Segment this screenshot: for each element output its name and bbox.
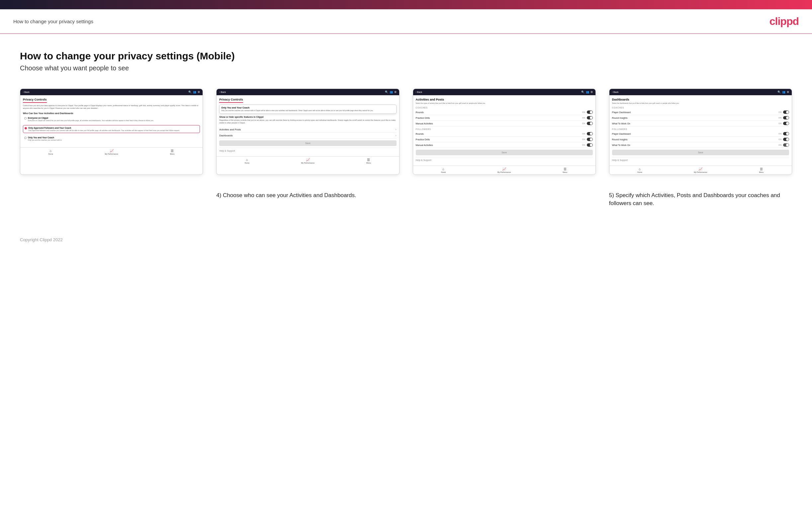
option-youandcoach[interactable]: Only You and Your Coach Only you and the…	[23, 135, 200, 143]
tab-home-4[interactable]: ⌂ Home	[609, 166, 670, 174]
coaches-player-dash-toggle[interactable]: ON	[778, 111, 789, 114]
home-icon-4: ⌂	[639, 167, 641, 171]
toggle-coaches-player-dash[interactable]	[783, 111, 789, 114]
tab-home-label-4: Home	[637, 171, 642, 173]
phone-nav-1: ‹ Back 🔍 👥 ⚙	[20, 89, 203, 95]
coaches-section-label-4: COACHES	[612, 107, 789, 109]
followers-rounds-label: Rounds	[416, 133, 424, 135]
show-hide-title: Show or hide specific features in Clippd	[219, 116, 396, 118]
coaches-what-work-toggle[interactable]: ON	[778, 122, 789, 125]
toggle-followers-rounds[interactable]	[587, 132, 593, 135]
back-btn-4[interactable]: ‹ Back	[612, 91, 619, 93]
settings-icon-2[interactable]: ⚙	[394, 91, 397, 94]
screen-3: ‹ Back 🔍 👥 ⚙ Activities and Posts Select…	[413, 89, 596, 175]
followers-section-label-4: FOLLOWERS	[612, 128, 789, 130]
toggle-followers-player-dash[interactable]	[783, 132, 789, 135]
coaches-section-label: COACHES	[416, 107, 593, 109]
toggle-followers-manual[interactable]	[587, 143, 593, 147]
back-btn-3[interactable]: ‹ Back	[416, 91, 422, 93]
tab-myperformance-label-2: My Performance	[301, 162, 314, 164]
tab-home-1[interactable]: ⌂ Home	[20, 148, 81, 156]
tab-home-2[interactable]: ⌂ Home	[216, 157, 277, 165]
performance-icon-4: 📈	[698, 167, 702, 171]
toggle-followers-round-insights[interactable]	[783, 138, 789, 141]
coaches-round-insights-toggle[interactable]: ON	[778, 116, 789, 119]
tab-myperformance-1[interactable]: 📈 My Performance	[81, 148, 142, 156]
performance-icon: 📈	[110, 149, 114, 153]
dashboards-item[interactable]: Dashboards ›	[219, 133, 396, 139]
nav-icons-3: 🔍 👥 ⚙	[581, 91, 593, 94]
radio-everyone	[24, 117, 27, 119]
toggle-coaches-rounds[interactable]	[587, 111, 593, 114]
followers-round-insights-label: Round Insights	[612, 138, 628, 141]
settings-icon[interactable]: ⚙	[198, 91, 200, 94]
toggle-coaches-manual[interactable]	[587, 122, 593, 125]
phone-nav-4: ‹ Back 🔍 👥 ⚙	[609, 89, 792, 95]
followers-manual-toggle[interactable]: ON	[582, 143, 593, 147]
popover-title: Only You and Your Coach	[221, 107, 394, 109]
menu-icon-4: ☰	[760, 167, 763, 171]
tab-menu-1[interactable]: ☰ Menu	[142, 148, 203, 156]
tab-menu-3[interactable]: ☰ Menu	[535, 166, 596, 174]
followers-player-dash-toggle[interactable]: ON	[778, 132, 789, 135]
followers-rounds-toggle[interactable]: ON	[582, 132, 593, 135]
tab-myperformance-4[interactable]: 📈 My Performance	[670, 166, 731, 174]
tab-myperformance-3[interactable]: 📈 My Performance	[474, 166, 535, 174]
people-icon[interactable]: 👥	[193, 91, 196, 94]
toggle-followers-what-work[interactable]	[783, 143, 789, 147]
people-icon-2[interactable]: 👥	[390, 91, 393, 94]
option-everyone-desc: Everyone on Clippd can search for you an…	[28, 119, 154, 122]
top-bar	[0, 0, 812, 9]
phone-nav-2: ‹ Back 🔍 👥 ⚙	[216, 89, 399, 95]
toggle-coaches-what-work[interactable]	[783, 122, 789, 125]
tab-home-3[interactable]: ⌂ Home	[413, 166, 474, 174]
tab-menu-4[interactable]: ☰ Menu	[731, 166, 792, 174]
coaches-rounds-row: Rounds ON	[416, 110, 593, 115]
option-everyone[interactable]: Everyone on Clippd Everyone on Clippd ca…	[23, 115, 200, 123]
coaches-rounds-toggle[interactable]: ON	[582, 111, 593, 114]
screen-2: ‹ Back 🔍 👥 ⚙ Privacy Controls Only You a…	[216, 89, 399, 175]
nav-icons-4: 🔍 👥 ⚙	[777, 91, 789, 94]
followers-round-insights-toggle[interactable]: ON	[778, 138, 789, 141]
settings-icon-3[interactable]: ⚙	[591, 91, 593, 94]
toggle-coaches-drills[interactable]	[587, 116, 593, 119]
back-btn-1[interactable]: ‹ Back	[23, 91, 30, 93]
activities-posts-item[interactable]: Activities and Posts ›	[219, 127, 396, 133]
followers-what-work-toggle[interactable]: ON	[778, 143, 789, 147]
caption-2: 4) Choose who can see your Activities an…	[216, 191, 399, 207]
dashboards-title: Dashboards	[612, 98, 789, 101]
chevron-right-icon-2: ›	[396, 134, 397, 137]
coaches-drills-toggle[interactable]: ON	[582, 116, 593, 119]
search-icon-3[interactable]: 🔍	[581, 91, 585, 94]
bottom-tabs-2: ⌂ Home 📈 My Performance ☰ Menu	[216, 156, 399, 165]
option-approved[interactable]: Only Approved Followers and Your Coach O…	[23, 125, 200, 133]
tab-home-label-3: Home	[441, 171, 446, 173]
followers-drills-toggle[interactable]: ON	[582, 138, 593, 141]
coaches-what-work-row: What To Work On ON	[612, 121, 789, 126]
save-btn-2[interactable]: Save	[219, 140, 396, 146]
toggle-coaches-round-insights[interactable]	[783, 116, 789, 119]
tab-myperformance-2[interactable]: 📈 My Performance	[277, 157, 338, 165]
people-icon-3[interactable]: 👥	[586, 91, 589, 94]
search-icon-4[interactable]: 🔍	[777, 91, 781, 94]
activities-posts-title: Activities and Posts	[416, 98, 593, 101]
save-btn-4[interactable]: Save	[612, 150, 789, 155]
people-icon-4[interactable]: 👥	[782, 91, 785, 94]
bottom-tabs-4: ⌂ Home 📈 My Performance ☰ Menu	[609, 166, 792, 174]
menu-icon: ☰	[171, 149, 174, 153]
help-support-4: Help & Support	[612, 157, 789, 163]
screen1-desc: Control how you and your data appears to…	[23, 105, 200, 110]
coaches-manual-toggle[interactable]: ON	[582, 122, 593, 125]
dashboards-desc: Select the dashboards that you'd like to…	[612, 102, 789, 105]
followers-manual-label: Manual Activities	[416, 144, 433, 146]
help-support-3: Help & Support	[416, 157, 593, 163]
tab-menu-2[interactable]: ☰ Menu	[338, 157, 399, 165]
settings-icon-4[interactable]: ⚙	[787, 91, 789, 94]
save-btn-3[interactable]: Save	[416, 150, 593, 155]
popover: Only You and Your Coach Only you and the…	[219, 105, 396, 114]
toggle-followers-drills[interactable]	[587, 138, 593, 141]
search-icon-2[interactable]: 🔍	[385, 91, 388, 94]
search-icon[interactable]: 🔍	[188, 91, 192, 94]
back-btn-2[interactable]: ‹ Back	[219, 91, 226, 93]
performance-icon-2: 📈	[306, 158, 310, 162]
